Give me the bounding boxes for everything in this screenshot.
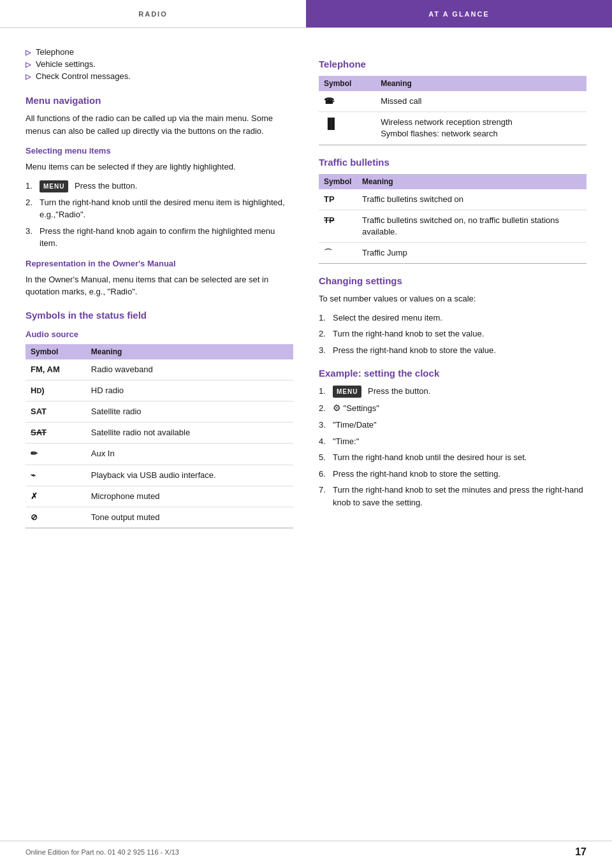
selecting-menu-items-body: Menu items can be selected if they are l… bbox=[26, 161, 293, 173]
bullet-arrow-icon: ▷ bbox=[26, 48, 31, 57]
table-header-meaning: Meaning bbox=[86, 344, 293, 359]
meaning-aux: Aux In bbox=[86, 444, 293, 465]
list-item: 5. Turn the right-hand knob until the de… bbox=[319, 451, 586, 464]
menu-button-label: MENU bbox=[333, 386, 361, 398]
list-item: 6. Press the right-hand knob to store th… bbox=[319, 468, 586, 481]
at-a-glance-label: AT A GLANCE bbox=[428, 10, 490, 18]
selecting-menu-items-heading: Selecting menu items bbox=[26, 146, 293, 156]
bullet-arrow-icon: ▷ bbox=[26, 61, 31, 69]
changing-settings-heading: Changing settings bbox=[319, 275, 586, 286]
list-item: 7. Turn the right-hand knob to set the m… bbox=[319, 484, 586, 509]
table-row: ⌒ Traffic Jump bbox=[319, 243, 586, 264]
symbol-traffic-jump: ⌒ bbox=[319, 243, 357, 264]
list-item: ▷ Check Control messages. bbox=[26, 71, 293, 81]
right-column: Telephone Symbol Meaning ☎̶ Missed call … bbox=[319, 47, 586, 537]
menu-navigation-body: All functions of the radio can be called… bbox=[26, 112, 293, 137]
representation-body: In the Owner's Manual, menu items that c… bbox=[26, 273, 293, 298]
list-item: 1. Select the desired menu item. bbox=[319, 312, 586, 324]
table-header-symbol: Symbol bbox=[319, 174, 357, 189]
list-item: 3. "Time/Date" bbox=[319, 419, 586, 431]
traffic-bulletins-table: Symbol Meaning TP Traffic bulletins swit… bbox=[319, 174, 586, 264]
meaning-tp: Traffic bulletins switched on bbox=[357, 189, 586, 210]
table-row: ⌁ Playback via USB audio interface. bbox=[26, 465, 293, 486]
changing-settings-steps: 1. Select the desired menu item. 2. Turn… bbox=[319, 312, 586, 357]
list-item: ▷ Vehicle settings. bbox=[26, 59, 293, 69]
table-row: ✗ Microphone muted bbox=[26, 486, 293, 507]
table-header-symbol: Symbol bbox=[319, 76, 375, 91]
radio-label: RADIO bbox=[138, 10, 167, 18]
symbol-tone-mute: ⊘ bbox=[26, 507, 86, 528]
page-header: RADIO AT A GLANCE bbox=[0, 0, 612, 28]
example-clock-steps: 1. MENU Press the button. 2. ⚙ "Settings… bbox=[319, 385, 586, 509]
table-row: FM, AM Radio waveband bbox=[26, 359, 293, 380]
list-item: 1. MENU Press the button. bbox=[26, 180, 293, 192]
table-row: ✏ Aux In bbox=[26, 444, 293, 465]
table-header-meaning: Meaning bbox=[375, 76, 586, 91]
symbol-aux: ✏ bbox=[26, 444, 86, 465]
example-clock-heading: Example: setting the clock bbox=[319, 368, 586, 379]
meaning-tp-strikethrough: Traffic bulletins switched on, no traffi… bbox=[357, 210, 586, 242]
meaning-mic-mute: Microphone muted bbox=[86, 486, 293, 507]
symbol-missed-call: ☎̶ bbox=[319, 91, 375, 112]
table-row: TP Traffic bulletins switched on bbox=[319, 189, 586, 210]
changing-settings-intro: To set number values or values on a scal… bbox=[319, 293, 586, 305]
header-left-label: RADIO bbox=[0, 10, 306, 18]
header-right-label: AT A GLANCE bbox=[306, 0, 612, 27]
symbol-usb: ⌁ bbox=[26, 465, 86, 486]
symbol-tp-strikethrough: TP bbox=[319, 210, 357, 242]
meaning-tone-mute: Tone output muted bbox=[86, 507, 293, 528]
bullet-arrow-icon: ▷ bbox=[26, 73, 31, 81]
symbol-tp: TP bbox=[319, 189, 357, 210]
menu-button-label: MENU bbox=[40, 180, 68, 192]
meaning-hd: HD radio bbox=[86, 380, 293, 401]
symbol-mic-mute: ✗ bbox=[26, 486, 86, 507]
gear-icon: ⚙ bbox=[333, 403, 341, 413]
meaning-fm-am: Radio waveband bbox=[86, 359, 293, 380]
meaning-usb: Playback via USB audio interface. bbox=[86, 465, 293, 486]
symbol-network-strength: ▐▌ bbox=[319, 112, 375, 145]
symbols-status-heading: Symbols in the status field bbox=[26, 310, 293, 321]
meaning-traffic-jump: Traffic Jump bbox=[357, 243, 586, 264]
telephone-table: Symbol Meaning ☎̶ Missed call ▐▌ Wireles… bbox=[319, 76, 586, 145]
list-item: 1. MENU Press the button. bbox=[319, 385, 586, 398]
symbol-sat: SAT bbox=[26, 401, 86, 422]
meaning-network-strength: Wireless network reception strengthSymbo… bbox=[375, 112, 586, 145]
list-item: 4. "Time:" bbox=[319, 435, 586, 448]
table-row: SAT Satellite radio bbox=[26, 401, 293, 422]
footer-text: Online Edition for Part no. 01 40 2 925 … bbox=[26, 848, 179, 856]
telephone-heading: Telephone bbox=[319, 59, 586, 69]
list-item: 3. Press the right-hand knob to store th… bbox=[319, 344, 586, 357]
list-item: 3. Press the right-hand knob again to co… bbox=[26, 225, 293, 250]
representation-heading: Representation in the Owner's Manual bbox=[26, 259, 293, 268]
meaning-sat-na: Satellite radio not available bbox=[86, 423, 293, 444]
table-header-meaning: Meaning bbox=[357, 174, 586, 189]
main-content: ▷ Telephone ▷ Vehicle settings. ▷ Check … bbox=[0, 28, 612, 575]
meaning-sat: Satellite radio bbox=[86, 401, 293, 422]
selecting-steps-list: 1. MENU Press the button. 2. Turn the ri… bbox=[26, 180, 293, 250]
list-item: ▷ Telephone bbox=[26, 47, 293, 57]
table-row: HD) HD radio bbox=[26, 380, 293, 401]
table-row: SAT Satellite radio not available bbox=[26, 423, 293, 444]
page-number: 17 bbox=[575, 846, 586, 858]
table-row: ▐▌ Wireless network reception strengthSy… bbox=[319, 112, 586, 145]
list-item: 2. ⚙ "Settings" bbox=[319, 401, 586, 415]
symbol-hd: HD) bbox=[26, 380, 86, 401]
symbol-sat-na: SAT bbox=[26, 423, 86, 444]
page-footer: Online Edition for Part no. 01 40 2 925 … bbox=[0, 841, 612, 858]
audio-source-heading: Audio source bbox=[26, 329, 293, 339]
audio-source-table: Symbol Meaning FM, AM Radio waveband HD)… bbox=[26, 344, 293, 529]
list-item: 2. Turn the right-hand knob until the de… bbox=[26, 196, 293, 221]
meaning-missed-call: Missed call bbox=[375, 91, 586, 112]
table-row: ⊘ Tone output muted bbox=[26, 507, 293, 528]
menu-navigation-heading: Menu navigation bbox=[26, 95, 293, 106]
table-row: TP Traffic bulletins switched on, no tra… bbox=[319, 210, 586, 242]
list-item: 2. Turn the right-hand knob to set the v… bbox=[319, 328, 586, 340]
table-header-symbol: Symbol bbox=[26, 344, 86, 359]
left-column: ▷ Telephone ▷ Vehicle settings. ▷ Check … bbox=[26, 47, 293, 537]
symbol-fm-am: FM, AM bbox=[26, 359, 86, 380]
traffic-bulletins-heading: Traffic bulletins bbox=[319, 157, 586, 168]
table-row: ☎̶ Missed call bbox=[319, 91, 586, 112]
intro-bullet-list: ▷ Telephone ▷ Vehicle settings. ▷ Check … bbox=[26, 47, 293, 81]
